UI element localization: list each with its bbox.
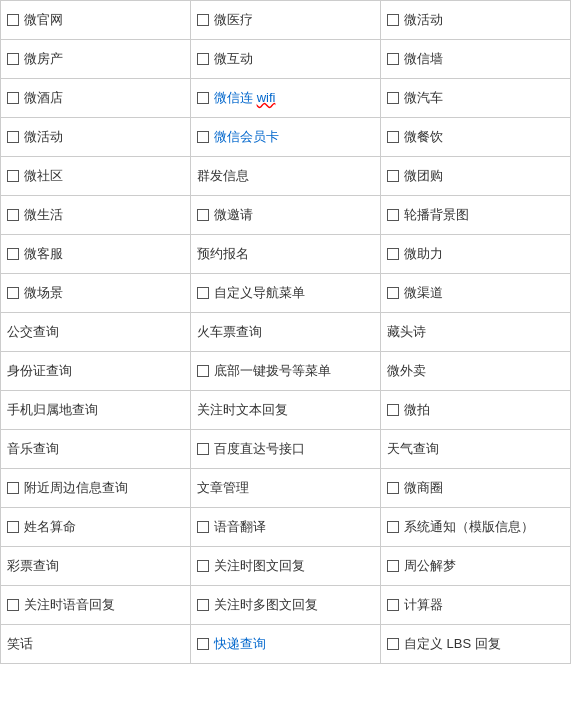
list-item[interactable]: 微医疗 <box>191 1 381 39</box>
checkbox-icon[interactable] <box>7 170 19 182</box>
list-item[interactable]: 微汽车 <box>381 79 570 117</box>
list-item[interactable]: 天气查询 <box>381 430 570 468</box>
list-item[interactable]: 微商圈 <box>381 469 570 507</box>
checkbox-icon[interactable] <box>197 92 209 104</box>
list-item[interactable]: 微活动 <box>1 118 191 156</box>
list-item[interactable]: 周公解梦 <box>381 547 570 585</box>
list-item[interactable]: 微社区 <box>1 157 191 195</box>
list-item[interactable]: 关注时图文回复 <box>191 547 381 585</box>
list-item[interactable]: 文章管理 <box>191 469 381 507</box>
list-item[interactable]: 微客服 <box>1 235 191 273</box>
checkbox-icon[interactable] <box>197 599 209 611</box>
list-item[interactable]: 手机归属地查询 <box>1 391 191 429</box>
checkbox-icon[interactable] <box>197 560 209 572</box>
checkbox-icon[interactable] <box>387 560 399 572</box>
list-item[interactable]: 微邀请 <box>191 196 381 234</box>
list-item[interactable]: 微拍 <box>381 391 570 429</box>
checkbox-icon[interactable] <box>7 521 19 533</box>
checkbox-icon[interactable] <box>197 365 209 377</box>
checkbox-icon[interactable] <box>7 482 19 494</box>
list-item[interactable]: 微生活 <box>1 196 191 234</box>
list-item[interactable]: 自定义导航菜单 <box>191 274 381 312</box>
list-item[interactable]: 微信连 wifi <box>191 79 381 117</box>
checkbox-icon[interactable] <box>387 287 399 299</box>
list-item[interactable]: 藏头诗 <box>381 313 570 351</box>
checkbox-icon[interactable] <box>387 131 399 143</box>
checkbox-icon[interactable] <box>387 482 399 494</box>
list-item[interactable]: 微官网 <box>1 1 191 39</box>
checkbox-icon[interactable] <box>387 92 399 104</box>
checkbox-icon[interactable] <box>197 53 209 65</box>
list-item[interactable]: 微助力 <box>381 235 570 273</box>
item-text: 姓名算命 <box>24 518 76 536</box>
checkbox-icon[interactable] <box>197 131 209 143</box>
checkbox-icon[interactable] <box>387 14 399 26</box>
list-item[interactable]: 关注时文本回复 <box>191 391 381 429</box>
checkbox-icon[interactable] <box>7 131 19 143</box>
list-item[interactable]: 彩票查询 <box>1 547 191 585</box>
list-item[interactable]: 微渠道 <box>381 274 570 312</box>
checkbox-icon[interactable] <box>197 521 209 533</box>
list-item[interactable]: 关注时语音回复 <box>1 586 191 624</box>
checkbox-icon[interactable] <box>197 14 209 26</box>
table-row: 微场景自定义导航菜单微渠道 <box>1 274 570 313</box>
checkbox-icon[interactable] <box>197 209 209 221</box>
checkbox-icon[interactable] <box>7 53 19 65</box>
list-item[interactable]: 微餐饮 <box>381 118 570 156</box>
item-text: 关注时多图文回复 <box>214 596 318 614</box>
list-item[interactable]: 火车票查询 <box>191 313 381 351</box>
checkbox-icon[interactable] <box>387 599 399 611</box>
item-text: 火车票查询 <box>197 323 262 341</box>
list-item[interactable]: 自定义 LBS 回复 <box>381 625 570 663</box>
list-item[interactable]: 系统通知（模版信息） <box>381 508 570 546</box>
list-item[interactable]: 轮播背景图 <box>381 196 570 234</box>
checkbox-icon[interactable] <box>387 53 399 65</box>
list-item[interactable]: 微信会员卡 <box>191 118 381 156</box>
checkbox-icon[interactable] <box>387 521 399 533</box>
checkbox-icon[interactable] <box>387 404 399 416</box>
item-text: 微客服 <box>24 245 63 263</box>
checkbox-icon[interactable] <box>387 209 399 221</box>
list-item[interactable]: 语音翻译 <box>191 508 381 546</box>
table-row: 关注时语音回复关注时多图文回复计算器 <box>1 586 570 625</box>
table-row: 微生活微邀请轮播背景图 <box>1 196 570 235</box>
list-item[interactable]: 关注时多图文回复 <box>191 586 381 624</box>
checkbox-icon[interactable] <box>7 14 19 26</box>
list-item[interactable]: 身份证查询 <box>1 352 191 390</box>
checkbox-icon[interactable] <box>387 170 399 182</box>
checkbox-icon[interactable] <box>7 599 19 611</box>
checkbox-icon[interactable] <box>387 248 399 260</box>
checkbox-icon[interactable] <box>7 92 19 104</box>
list-item[interactable]: 百度直达号接口 <box>191 430 381 468</box>
list-item[interactable]: 微互动 <box>191 40 381 78</box>
list-item[interactable]: 预约报名 <box>191 235 381 273</box>
checkbox-icon[interactable] <box>7 287 19 299</box>
checkbox-icon[interactable] <box>7 209 19 221</box>
list-item[interactable]: 微团购 <box>381 157 570 195</box>
list-item[interactable]: 附近周边信息查询 <box>1 469 191 507</box>
checkbox-icon[interactable] <box>197 443 209 455</box>
list-item[interactable]: 微信墙 <box>381 40 570 78</box>
item-text: 彩票查询 <box>7 557 59 575</box>
item-text: 语音翻译 <box>214 518 266 536</box>
table-row: 微社区群发信息微团购 <box>1 157 570 196</box>
list-item[interactable]: 微外卖 <box>381 352 570 390</box>
list-item[interactable]: 微酒店 <box>1 79 191 117</box>
list-item[interactable]: 计算器 <box>381 586 570 624</box>
item-text: 微拍 <box>404 401 430 419</box>
list-item[interactable]: 音乐查询 <box>1 430 191 468</box>
list-item[interactable]: 微场景 <box>1 274 191 312</box>
checkbox-icon[interactable] <box>387 638 399 650</box>
checkbox-icon[interactable] <box>197 287 209 299</box>
list-item[interactable]: 底部一键拨号等菜单 <box>191 352 381 390</box>
list-item[interactable]: 公交查询 <box>1 313 191 351</box>
list-item[interactable]: 笑话 <box>1 625 191 663</box>
list-item[interactable]: 姓名算命 <box>1 508 191 546</box>
checkbox-icon[interactable] <box>197 638 209 650</box>
list-item[interactable]: 微房产 <box>1 40 191 78</box>
checkbox-icon[interactable] <box>7 248 19 260</box>
list-item[interactable]: 群发信息 <box>191 157 381 195</box>
item-text: 微互动 <box>214 50 253 68</box>
list-item[interactable]: 微活动 <box>381 1 570 39</box>
list-item[interactable]: 快递查询 <box>191 625 381 663</box>
